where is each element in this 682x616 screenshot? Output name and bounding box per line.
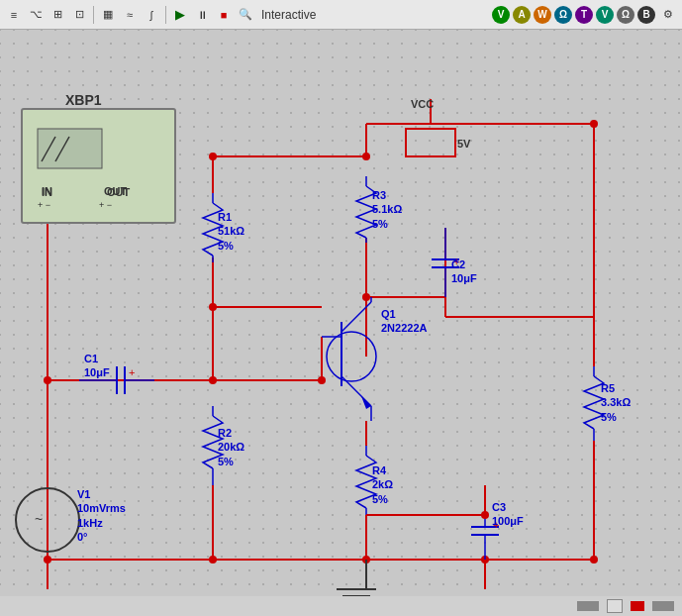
svg-point-96: [327, 332, 376, 381]
c1-polarity: +: [129, 366, 135, 378]
status-box: [607, 599, 623, 613]
statusbar: [0, 596, 682, 616]
svg-point-43: [209, 376, 217, 384]
sep-1: [93, 6, 94, 24]
status-gray-2: [652, 601, 674, 611]
xbp1-title: XBP1: [65, 91, 102, 109]
r5-label: R5 3.3kΩ 5%: [601, 381, 631, 424]
sep-2: [165, 6, 166, 24]
svg-point-40: [209, 153, 217, 160]
mode-label: Interactive: [261, 8, 316, 22]
toolbar: ≡ ⌥ ⊞ ⊡ ▦ ≈ ∫ ▶ ⏸ ■ 🔍 Interactive V A W …: [0, 0, 682, 30]
r1-label: R1 51kΩ 5%: [218, 210, 244, 253]
svg-text:~: ~: [35, 511, 43, 527]
svg-point-45: [362, 293, 370, 301]
btn-t[interactable]: T: [575, 6, 593, 24]
toolbar-icon-2[interactable]: ⌥: [26, 5, 46, 25]
toolbar-icon-3[interactable]: ⊞: [48, 5, 67, 25]
v1-label: V1 10mVrms 1kHz 0°: [77, 487, 126, 544]
svg-point-50: [44, 556, 51, 564]
q1-label: Q1 2N2222A: [381, 307, 427, 336]
svg-marker-95: [361, 396, 371, 409]
svg-point-44: [209, 556, 217, 564]
probe-icon[interactable]: 🔍: [236, 5, 255, 25]
gear-icon[interactable]: ⚙: [658, 5, 678, 25]
btn-w[interactable]: W: [534, 6, 551, 24]
toolbar-icon-1[interactable]: ≡: [4, 5, 24, 25]
svg-text:+  −: + −: [38, 200, 50, 210]
c2-label: C2 10μF: [451, 257, 477, 286]
pause-button[interactable]: ⏸: [192, 5, 212, 25]
svg-point-51: [318, 376, 326, 384]
xbp1-out-label: OUT: [107, 186, 130, 198]
svg-point-48: [590, 120, 598, 128]
svg-point-41: [362, 153, 370, 160]
toolbar-icon-6[interactable]: ≈: [120, 5, 140, 25]
r4-label: R4 2kΩ 5%: [372, 463, 393, 506]
play-button[interactable]: ▶: [170, 5, 190, 25]
toolbar-icon-7[interactable]: ∫: [142, 5, 161, 25]
c3-label: C3 100μF: [492, 500, 524, 529]
btn-a[interactable]: A: [513, 6, 531, 24]
svg-point-52: [590, 556, 598, 564]
svg-rect-61: [406, 129, 455, 156]
btn-omega2[interactable]: Ω: [617, 6, 634, 24]
circuit-canvas[interactable]: IN OUT + − + −: [0, 30, 682, 616]
btn-omega[interactable]: Ω: [554, 6, 572, 24]
r2-label: R2 20kΩ 5%: [218, 426, 244, 468]
svg-rect-54: [38, 129, 102, 168]
status-red: [631, 601, 644, 611]
svg-point-49: [44, 376, 51, 384]
btn-v2[interactable]: V: [596, 6, 614, 24]
toolbar-icon-4[interactable]: ⊡: [69, 5, 89, 25]
vcc-label: VCC: [411, 97, 434, 111]
toolbar-icon-5[interactable]: ▦: [98, 5, 118, 25]
xbp1-in-label: IN: [42, 186, 52, 198]
c1-label: C1 10μF: [84, 352, 110, 380]
svg-point-88: [481, 511, 489, 519]
toolbar-right: V A W Ω T V Ω B ⚙: [492, 5, 678, 25]
stop-button[interactable]: ■: [214, 5, 234, 25]
r3-label: R3 5.1kΩ 5%: [372, 188, 402, 231]
btn-b[interactable]: B: [637, 6, 655, 24]
status-gray-1: [577, 601, 599, 611]
btn-v[interactable]: V: [492, 6, 510, 24]
svg-point-42: [209, 303, 217, 311]
vcc-voltage: 5V: [457, 137, 470, 151]
svg-text:+  −: + −: [99, 200, 112, 210]
